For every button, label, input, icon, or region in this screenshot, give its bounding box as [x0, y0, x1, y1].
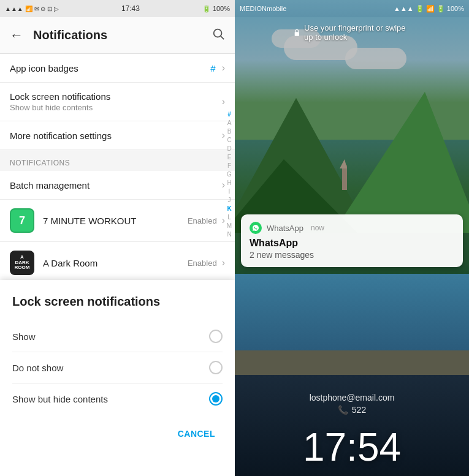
alpha-c[interactable]: C: [227, 136, 231, 144]
header: ← Notifications: [0, 17, 235, 54]
chevron-icon-lockscreen: ›: [222, 96, 225, 107]
whatsapp-icon: [250, 222, 262, 234]
phone-icon: 📞: [338, 405, 348, 415]
carrier-text: MEDIONmobile: [240, 5, 286, 12]
notification-title: WhatsApp: [250, 238, 454, 249]
alpha-f[interactable]: F: [227, 162, 231, 170]
radio-show-hide-circle[interactable]: [209, 392, 223, 406]
svg-point-0: [214, 29, 222, 37]
alpha-g[interactable]: G: [227, 170, 232, 178]
alpha-e[interactable]: E: [227, 153, 232, 161]
radio-option-show-hide[interactable]: Show but hide contents: [12, 383, 223, 414]
status-icons-left: ▲▲▲ 📶 ✉ ⊙ ⊡ ▷: [5, 6, 59, 12]
notification-header: WhatsApp now: [250, 222, 454, 234]
signal-icon: ▲▲▲: [5, 6, 23, 12]
menu-item-batch-management[interactable]: Batch management ›: [0, 171, 235, 200]
shore-layer: [235, 350, 469, 378]
battery-text-right: 📶 🔋 100%: [426, 5, 464, 13]
alpha-k[interactable]: K: [227, 205, 231, 213]
menu-item-lock-screen[interactable]: Lock screen notifications Show but hide …: [0, 83, 235, 121]
alpha-j[interactable]: J: [228, 196, 231, 204]
svg-marker-3: [333, 92, 469, 233]
dark-room-title: A Dark Room: [43, 258, 188, 268]
lock-screen-subtitle: Show but hide contents: [10, 103, 219, 112]
lock-text: Use your fingerprint or swipe up to unlo…: [304, 23, 410, 42]
notifications-section-label: NOTIFICATIONS: [0, 150, 235, 171]
lock-message-area: Use your fingerprint or swipe up to unlo…: [294, 23, 411, 42]
right-panel: MEDIONmobile ▲▲▲ 🔋 📶 🔋 100% Use your fin…: [235, 0, 469, 476]
alpha-a[interactable]: A: [227, 119, 232, 127]
alpha-n[interactable]: N: [227, 230, 231, 238]
notification-card[interactable]: WhatsApp now WhatsApp 2 new messages: [241, 214, 463, 267]
notification-app-name: WhatsApp: [267, 224, 303, 233]
cancel-button[interactable]: CANCEL: [170, 424, 223, 444]
radio-show-label: Show: [12, 331, 36, 342]
7min-workout-text: 7 MINUTE WORKOUT: [43, 216, 188, 226]
lost-phone-email: lostphone@email.com: [235, 393, 469, 402]
radio-do-not-show-circle[interactable]: [209, 361, 223, 374]
notification-time: now: [311, 224, 324, 232]
dialog-actions: CANCEL: [12, 414, 223, 453]
radio-option-do-not-show[interactable]: Do not show: [12, 352, 223, 383]
svg-rect-7: [295, 32, 299, 36]
status-right-icons: ▲▲▲ 🔋 📶 🔋 100%: [394, 5, 464, 13]
left-panel: ▲▲▲ 📶 ✉ ⊙ ⊡ ▷ 17:43 🔋 100% ← Notificatio…: [0, 0, 235, 476]
batch-management-title: Batch management: [10, 180, 219, 191]
water-layer: [235, 274, 469, 353]
7min-workout-enabled: Enabled: [188, 216, 217, 225]
chevron-icon: ›: [222, 62, 225, 74]
dialog-title: Lock screen notifications: [12, 295, 223, 309]
radio-option-show[interactable]: Show: [12, 321, 223, 352]
menu-item-text-lockscreen: Lock screen notifications Show but hide …: [10, 91, 219, 112]
phone-number-row: 📞 522: [235, 405, 469, 415]
lockscreen-bottom: lostphone@email.com 📞 522: [235, 393, 469, 415]
dark-room-text: A Dark Room: [43, 258, 188, 268]
lock-screen-title: Lock screen notifications: [10, 91, 219, 102]
radio-dot: [212, 395, 219, 402]
alpha-m[interactable]: M: [227, 222, 232, 230]
notification-icons: ✉ ⊙ ⊡ ▷: [34, 6, 59, 12]
alpha-l[interactable]: L: [227, 213, 231, 221]
more-settings-title: More notification settings: [10, 130, 219, 141]
time-display: 17:54: [235, 425, 469, 470]
radio-show-circle[interactable]: [209, 330, 223, 343]
wifi-icon-right: 🔋: [416, 5, 424, 13]
alpha-d[interactable]: D: [227, 145, 231, 153]
radio-show-hide-label: Show but hide contents: [12, 394, 108, 404]
back-button[interactable]: ←: [10, 28, 23, 43]
phone-number: 522: [352, 405, 366, 415]
alpha-hash[interactable]: #: [227, 110, 231, 118]
radio-do-not-show-label: Do not show: [12, 363, 63, 373]
hash-symbol: #: [210, 63, 215, 74]
menu-item-dark-room[interactable]: ADARKROOM A Dark Room Enabled ›: [0, 242, 235, 284]
status-bar-right: MEDIONmobile ▲▲▲ 🔋 📶 🔋 100%: [235, 0, 469, 17]
search-button[interactable]: [212, 27, 225, 43]
svg-rect-5: [342, 165, 347, 190]
alpha-h[interactable]: H: [227, 179, 231, 187]
alpha-i[interactable]: I: [229, 187, 231, 195]
app-icon-dark-room: ADARKROOM: [10, 251, 34, 275]
svg-line-1: [221, 36, 224, 39]
batch-management-text: Batch management: [10, 180, 219, 191]
alpha-b[interactable]: B: [227, 127, 232, 135]
signal-icon-right: ▲▲▲: [394, 5, 414, 12]
menu-item-app-icon-badges[interactable]: App icon badges # ›: [0, 54, 235, 83]
menu-item-text: App icon badges: [10, 63, 210, 74]
menu-item-7min-workout[interactable]: 7 7 MINUTE WORKOUT Enabled ›: [0, 200, 235, 242]
menu-item-more-settings[interactable]: More notification settings ›: [0, 121, 235, 150]
7min-workout-title: 7 MINUTE WORKOUT: [43, 216, 188, 226]
app-icon-7min: 7: [10, 208, 34, 233]
menu-item-text-more: More notification settings: [10, 130, 219, 141]
mountain-layer: [235, 80, 469, 233]
battery-icon-left: 🔋 100%: [202, 5, 230, 13]
status-bar-left: ▲▲▲ 📶 ✉ ⊙ ⊡ ▷ 17:43 🔋 100%: [0, 0, 235, 17]
lock-screen-time: 17:54: [235, 425, 469, 470]
app-icon-badges-title: App icon badges: [10, 63, 210, 74]
dark-room-enabled: Enabled: [188, 259, 217, 268]
status-time-left: 17:43: [121, 4, 140, 13]
page-title: Notifications: [33, 28, 212, 42]
notification-body: 2 new messages: [250, 250, 454, 260]
wifi-icon: 📶: [25, 6, 32, 12]
svg-marker-6: [340, 159, 347, 168]
lock-screen-dialog: Lock screen notifications Show Do not sh…: [0, 280, 235, 476]
